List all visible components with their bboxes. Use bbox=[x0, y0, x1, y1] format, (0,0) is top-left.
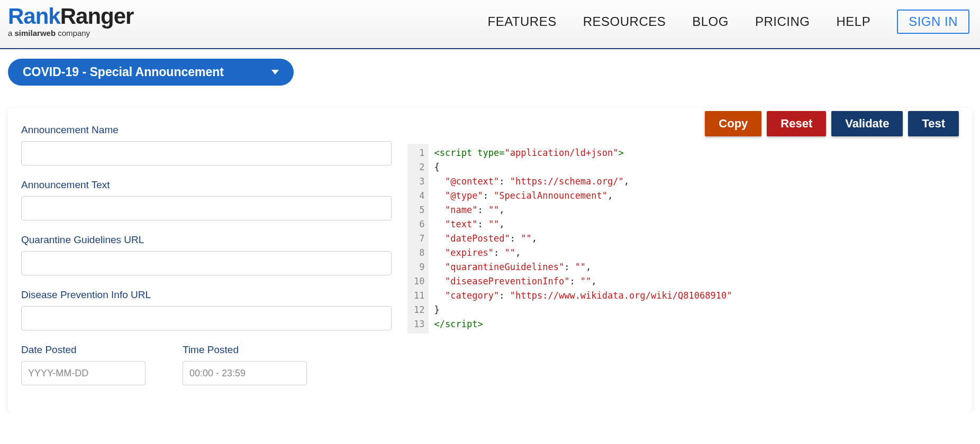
logo-tag-b: similarweb bbox=[15, 29, 56, 38]
nav-blog[interactable]: BLOG bbox=[692, 14, 729, 29]
chevron-down-icon bbox=[271, 70, 279, 75]
line-num: 12 bbox=[414, 303, 424, 317]
schema-selector-dropdown[interactable]: COVID-19 - Special Announcement bbox=[8, 59, 294, 86]
code-key: "@type" bbox=[445, 190, 483, 201]
line-num: 2 bbox=[414, 160, 424, 174]
label-quarantine-url: Quarantine Guidelines URL bbox=[21, 234, 392, 246]
code-tag: script bbox=[445, 319, 477, 329]
schema-selector-row: COVID-19 - Special Announcement bbox=[0, 49, 980, 95]
label-disease-url: Disease Prevention Info URL bbox=[21, 289, 392, 301]
logo-tag-a: a bbox=[8, 29, 15, 38]
code-val: "" bbox=[575, 262, 586, 272]
main-nav: FEATURES RESOURCES BLOG PRICING HELP SIG… bbox=[487, 10, 969, 34]
line-num: 10 bbox=[414, 274, 424, 289]
logo-part2: Ranger bbox=[60, 4, 134, 29]
code-val: "" bbox=[488, 219, 499, 229]
code-str: "application/ld+json" bbox=[505, 147, 619, 158]
code-key: "expires" bbox=[445, 247, 494, 258]
code-key: "name" bbox=[445, 205, 477, 215]
input-announcement-name[interactable] bbox=[21, 141, 392, 165]
field-time-posted: Time Posted bbox=[183, 344, 307, 385]
input-time-posted[interactable] bbox=[183, 361, 307, 385]
logo-part1: Rank bbox=[8, 4, 60, 29]
logo-tagline: a similarweb company bbox=[8, 29, 133, 38]
line-num: 4 bbox=[414, 189, 424, 203]
logo-tag-c: company bbox=[56, 29, 90, 38]
field-date-posted: Date Posted bbox=[21, 344, 146, 385]
input-date-posted[interactable] bbox=[21, 361, 146, 385]
code-tag: </ bbox=[434, 319, 444, 329]
field-disease-url: Disease Prevention Info URL bbox=[21, 289, 392, 330]
code-tag: <script type= bbox=[434, 147, 504, 158]
logo[interactable]: RankRanger a similarweb company bbox=[8, 5, 133, 38]
field-announcement-text: Announcement Text bbox=[21, 179, 392, 220]
line-num: 3 bbox=[414, 174, 424, 189]
line-num: 7 bbox=[414, 232, 424, 246]
code-val: "SpecialAnnouncement" bbox=[494, 190, 607, 201]
line-num: 11 bbox=[414, 289, 424, 303]
code-val: "" bbox=[580, 276, 591, 286]
code-tag: > bbox=[477, 319, 483, 329]
line-num: 8 bbox=[414, 246, 424, 260]
nav-features[interactable]: FEATURES bbox=[487, 14, 556, 29]
validate-button[interactable]: Validate bbox=[831, 111, 903, 136]
code-key: "text" bbox=[445, 219, 477, 229]
output-column: Copy Reset Validate Test 1 2 3 4 5 6 7 8… bbox=[407, 108, 959, 399]
code-key: "datePosted" bbox=[445, 233, 510, 244]
label-announcement-name: Announcement Name bbox=[21, 124, 392, 136]
schema-selector-label: COVID-19 - Special Announcement bbox=[23, 65, 224, 79]
signin-button[interactable]: SIGN IN bbox=[897, 10, 969, 34]
code-key: "diseasePreventionInfo" bbox=[445, 276, 569, 286]
input-disease-url[interactable] bbox=[21, 306, 392, 330]
line-num: 5 bbox=[414, 203, 424, 217]
nav-resources[interactable]: RESOURCES bbox=[583, 14, 666, 29]
date-time-row: Date Posted Time Posted bbox=[21, 344, 392, 399]
header-bar: RankRanger a similarweb company FEATURES… bbox=[0, 0, 980, 49]
nav-pricing[interactable]: PRICING bbox=[755, 14, 810, 29]
code-val: "https://schema.org/" bbox=[510, 176, 624, 187]
nav-help[interactable]: HELP bbox=[836, 14, 870, 29]
line-num: 1 bbox=[414, 146, 424, 160]
code-editor[interactable]: 1 2 3 4 5 6 7 8 9 10 11 12 13 <script ty… bbox=[407, 144, 959, 334]
code-val: "" bbox=[505, 247, 515, 258]
reset-button[interactable]: Reset bbox=[767, 111, 826, 136]
label-time-posted: Time Posted bbox=[183, 344, 307, 356]
input-quarantine-url[interactable] bbox=[21, 251, 392, 275]
code-brace: { bbox=[434, 162, 439, 172]
line-num: 13 bbox=[414, 317, 424, 331]
line-gutter: 1 2 3 4 5 6 7 8 9 10 11 12 13 bbox=[407, 144, 429, 334]
code-key: "quarantineGuidelines" bbox=[445, 262, 564, 272]
code-brace: } bbox=[434, 304, 439, 315]
code-tag: > bbox=[618, 147, 623, 158]
code-val: "https://www.wikidata.org/wiki/Q81068910… bbox=[510, 290, 732, 301]
test-button[interactable]: Test bbox=[908, 111, 959, 136]
action-buttons: Copy Reset Validate Test bbox=[407, 108, 959, 144]
label-date-posted: Date Posted bbox=[21, 344, 146, 356]
code-key: "@context" bbox=[445, 176, 499, 187]
copy-button[interactable]: Copy bbox=[705, 111, 761, 136]
code-val: "" bbox=[521, 233, 531, 244]
field-announcement-name: Announcement Name bbox=[21, 124, 392, 165]
form-column: Announcement Name Announcement Text Quar… bbox=[21, 108, 392, 399]
field-quarantine-url: Quarantine Guidelines URL bbox=[21, 234, 392, 275]
input-announcement-text[interactable] bbox=[21, 196, 392, 220]
logo-main: RankRanger bbox=[8, 5, 133, 27]
line-num: 9 bbox=[414, 260, 424, 274]
main-panel: Announcement Name Announcement Text Quar… bbox=[8, 108, 972, 412]
label-announcement-text: Announcement Text bbox=[21, 179, 392, 191]
line-num: 6 bbox=[414, 217, 424, 232]
code-body[interactable]: <script type="application/ld+json"> { "@… bbox=[429, 144, 959, 334]
code-key: "category" bbox=[445, 290, 499, 301]
code-val: "" bbox=[488, 205, 499, 215]
